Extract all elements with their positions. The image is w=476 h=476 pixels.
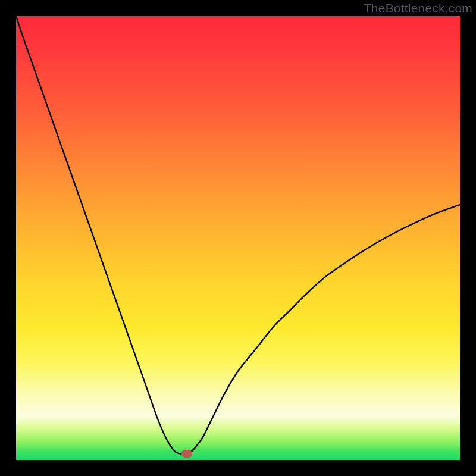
watermark-label: TheBottleneck.com [364,1,472,15]
bottleneck-curve [16,16,460,460]
minimum-marker [181,450,192,458]
plot-area [16,16,460,460]
chart-frame: TheBottleneck.com [0,0,476,476]
